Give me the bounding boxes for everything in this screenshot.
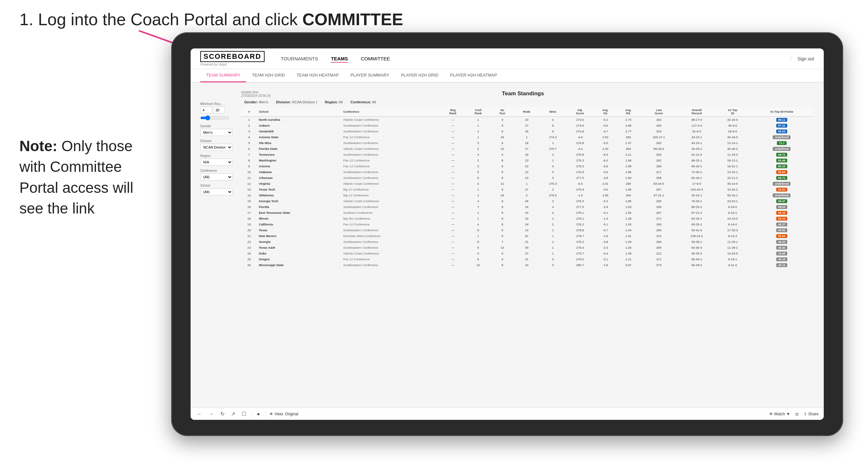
cell-rnds: 21 <box>514 239 539 245</box>
toolbar-share[interactable]: ⇪ Share <box>804 412 818 416</box>
cell-avg-rd: 1.55 <box>617 210 640 216</box>
cell-wins: 276.6 <box>539 192 566 198</box>
cell-vs-top50: 48.27 <box>749 222 814 227</box>
toolbar-back-btn[interactable]: ← <box>196 410 204 417</box>
cell-avg-rd: 1.98 <box>617 158 640 163</box>
cell-avg-sg: -0.7 <box>594 227 617 233</box>
region-select[interactable]: N/A <box>200 159 232 166</box>
gender-select[interactable]: Men's <box>200 129 232 136</box>
min-rounds-slider[interactable] <box>200 115 229 121</box>
toolbar-divider2 <box>265 411 266 417</box>
cell-adj-score: 276.3 <box>566 158 594 163</box>
nav-tournaments[interactable]: TOURNAMENTS <box>281 55 318 63</box>
cell-reg-rank: — <box>440 117 465 123</box>
cell-adj-score: 278.7 <box>566 233 594 239</box>
school-select[interactable]: (All) <box>200 188 232 195</box>
cell-avg-sg: -2.9 <box>594 204 617 210</box>
cell-conference: Pac-12 Conference <box>342 158 440 163</box>
min-rounds-input1[interactable] <box>200 106 212 114</box>
cell-avg-sg: -1.4 <box>594 216 617 222</box>
cell-school: East Tennessee State <box>257 210 341 216</box>
cell-low-score: 83-15-0 <box>640 181 678 187</box>
cell-vs-top50: 89.11 <box>749 117 814 123</box>
cell-conf-rank: 2 <box>465 158 491 163</box>
sign-out-button[interactable]: Sign out <box>791 56 814 61</box>
cell-reg-rank: — <box>440 169 465 175</box>
cell-rank: 4 <box>241 134 257 140</box>
cell-reg-rank: — <box>440 198 465 204</box>
cell-wins: 1 <box>539 158 566 163</box>
cell-conf-rank: 2 <box>465 146 491 152</box>
col-school: School <box>257 107 341 117</box>
cell-low-score: 267 <box>640 210 678 216</box>
cell-avg-rd: 1.28 <box>617 216 640 222</box>
cell-vs-top25: 9-19-1 <box>715 256 749 262</box>
cell-avg-rd: 265 <box>617 134 640 140</box>
sub-nav-team-h2h-grid[interactable]: TEAM H2H GRID <box>246 69 291 82</box>
sub-nav-team-summary[interactable]: TEAM SUMMARY <box>200 69 246 82</box>
watch-icon: 👁 <box>769 412 773 416</box>
sub-nav-team-h2h-heatmap[interactable]: TEAM H2H HEATMAP <box>291 69 345 82</box>
cell-school: Illinois <box>257 216 341 222</box>
cell-avg-sg: -5.1 <box>594 222 617 227</box>
cell-school: Washington <box>257 158 341 163</box>
right-content: Update time: 27/03/2024 16:56:26 Team St… <box>241 89 814 401</box>
watch-dropdown-icon: ▼ <box>786 412 790 416</box>
cell-vs-top50: 45.91 <box>749 227 814 233</box>
cell-conference: Atlantic Coast Conference <box>342 251 440 256</box>
cell-avg-rd: 1.30 <box>617 245 640 251</box>
conference-select[interactable]: (All) <box>200 174 232 181</box>
cell-avg-sg: -3.1 <box>594 256 617 262</box>
toolbar-watch[interactable]: 👁 Watch ▼ <box>769 412 790 416</box>
cell-school: New Mexico <box>257 233 341 239</box>
cell-low-score: 271 <box>640 216 678 222</box>
cell-overall: 43-23-1 <box>678 134 715 140</box>
sub-nav-player-h2h-heatmap[interactable]: PLAYER H2H HEATMAP <box>444 69 503 82</box>
toolbar-refresh-btn[interactable]: ↻ <box>219 410 226 417</box>
table-row: 26 Mississippi State Southeastern Confer… <box>241 262 814 268</box>
cell-avg-sg: -5.2 <box>594 117 617 123</box>
toolbar-bookmark-btn[interactable]: ☐ <box>240 410 247 417</box>
conference-control-label: Conference <box>200 169 236 173</box>
cell-rank: 24 <box>241 251 257 256</box>
cell-adj-score: 278.1 <box>566 210 594 216</box>
cell-conference: Atlantic Coast Conference <box>342 117 440 123</box>
cell-vs-top25: 35-14-0 <box>715 181 749 187</box>
cell-conference: Big 12 Conference <box>342 187 440 192</box>
table-row: 14 Oklahoma Big 12 Conference — 2 24 2 2… <box>241 192 814 198</box>
sub-nav-player-summary[interactable]: PLAYER SUMMARY <box>345 69 395 82</box>
cell-overall: 86-26-1 <box>678 163 715 169</box>
cell-rank: 13 <box>241 187 257 192</box>
cell-avg-rd: 1.39 <box>617 251 640 256</box>
division-select[interactable]: NCAA Division I <box>200 144 232 151</box>
cell-reg-rank: — <box>440 210 465 216</box>
cell-no-tour: 8 <box>491 216 514 222</box>
cell-school: Florida State <box>257 146 341 152</box>
cell-vs-top25: 23-23-1 <box>715 198 749 204</box>
toolbar-clock-btn[interactable]: ● <box>255 410 261 417</box>
division-filter-value: NCAA Division I <box>292 100 317 104</box>
cell-avg-sg: -5.0 <box>594 123 617 128</box>
table-row: 10 Alabama Southeastern Conference — 5 8… <box>241 169 814 175</box>
toolbar-view[interactable]: 👁 View: Original <box>270 412 299 416</box>
toolbar-share-btn2[interactable]: ↗ <box>230 410 237 417</box>
share-label: Share <box>808 412 818 416</box>
toolbar-resize-btn[interactable]: ⧈ <box>794 410 800 417</box>
sub-nav-player-h2h-grid[interactable]: PLAYER H2H GRID <box>395 69 444 82</box>
min-rounds-input2[interactable] <box>213 106 225 114</box>
table-wrapper[interactable]: # School Conference RegRank ConfRank NoT… <box>241 107 814 401</box>
cell-rnds: 24 <box>514 222 539 227</box>
cell-avg-sg: -1.8 <box>594 262 617 268</box>
cell-overall: 117-4-0 <box>678 123 715 128</box>
nav-teams[interactable]: TEAMS <box>331 55 348 63</box>
nav-committee[interactable]: COMMITTEE <box>361 55 390 63</box>
cell-rank: 23 <box>241 245 257 251</box>
cell-avg-sg: -5.1 <box>594 210 617 216</box>
cell-vs-top50: 66.71 <box>749 175 814 181</box>
cell-rank: 20 <box>241 227 257 233</box>
cell-vs-top25: 30-4-0 <box>715 123 749 128</box>
toolbar-forward-btn[interactable]: → <box>207 410 215 417</box>
cell-low-score: 255 <box>640 152 678 158</box>
cell-conference: Southern Conference <box>342 210 440 216</box>
cell-reg-rank: — <box>440 245 465 251</box>
